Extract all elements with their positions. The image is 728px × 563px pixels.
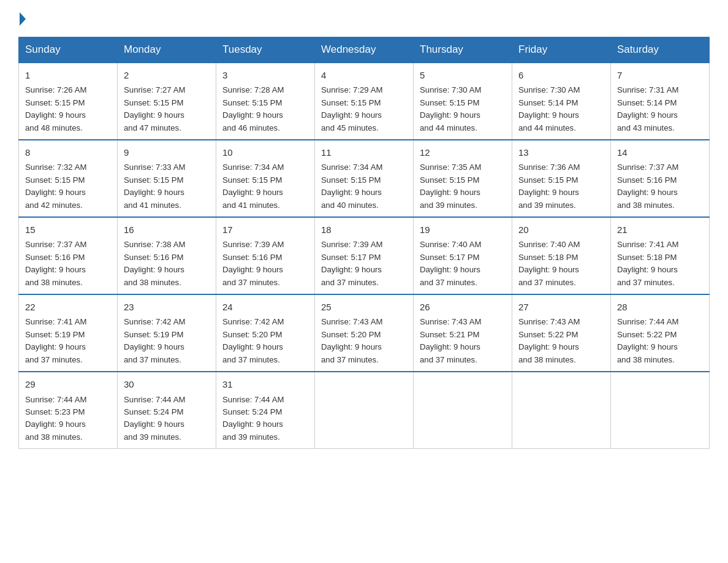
day-number: 21 xyxy=(617,223,703,237)
day-number: 13 xyxy=(518,145,604,159)
calendar-cell xyxy=(512,372,611,449)
day-number: 3 xyxy=(222,68,308,82)
page-header xyxy=(18,12,710,26)
calendar-cell: 21Sunrise: 7:41 AMSunset: 5:18 PMDayligh… xyxy=(611,217,710,294)
day-info: Sunrise: 7:44 AMSunset: 5:23 PMDaylight:… xyxy=(25,394,111,444)
calendar-cell: 1Sunrise: 7:26 AMSunset: 5:15 PMDaylight… xyxy=(19,63,118,140)
header-monday: Monday xyxy=(118,37,216,63)
day-number: 23 xyxy=(124,300,210,314)
day-number: 2 xyxy=(124,68,210,82)
day-info: Sunrise: 7:32 AMSunset: 5:15 PMDaylight:… xyxy=(25,161,111,212)
calendar-cell: 22Sunrise: 7:41 AMSunset: 5:19 PMDayligh… xyxy=(19,294,118,372)
day-info: Sunrise: 7:38 AMSunset: 5:16 PMDaylight:… xyxy=(124,239,210,289)
calendar-week-row: 15Sunrise: 7:37 AMSunset: 5:16 PMDayligh… xyxy=(19,217,710,294)
calendar-cell: 25Sunrise: 7:43 AMSunset: 5:20 PMDayligh… xyxy=(315,294,414,372)
day-info: Sunrise: 7:41 AMSunset: 5:19 PMDaylight:… xyxy=(25,316,111,366)
day-info: Sunrise: 7:42 AMSunset: 5:19 PMDaylight:… xyxy=(124,316,210,366)
day-info: Sunrise: 7:40 AMSunset: 5:17 PMDaylight:… xyxy=(420,239,506,289)
day-info: Sunrise: 7:30 AMSunset: 5:15 PMDaylight:… xyxy=(420,84,506,134)
day-info: Sunrise: 7:39 AMSunset: 5:16 PMDaylight:… xyxy=(222,239,308,289)
calendar-cell: 8Sunrise: 7:32 AMSunset: 5:15 PMDaylight… xyxy=(19,140,118,217)
calendar-cell: 15Sunrise: 7:37 AMSunset: 5:16 PMDayligh… xyxy=(19,217,118,294)
day-number: 17 xyxy=(222,223,308,237)
day-info: Sunrise: 7:28 AMSunset: 5:15 PMDaylight:… xyxy=(222,84,308,134)
day-info: Sunrise: 7:39 AMSunset: 5:17 PMDaylight:… xyxy=(321,239,407,289)
day-info: Sunrise: 7:44 AMSunset: 5:22 PMDaylight:… xyxy=(617,316,703,366)
calendar-cell: 5Sunrise: 7:30 AMSunset: 5:15 PMDaylight… xyxy=(414,63,512,140)
day-number: 4 xyxy=(321,68,407,82)
header-thursday: Thursday xyxy=(414,37,512,63)
day-info: Sunrise: 7:30 AMSunset: 5:14 PMDaylight:… xyxy=(518,84,604,134)
day-number: 8 xyxy=(25,145,111,159)
calendar-week-row: 8Sunrise: 7:32 AMSunset: 5:15 PMDaylight… xyxy=(19,140,710,217)
header-wednesday: Wednesday xyxy=(315,37,414,63)
day-number: 16 xyxy=(124,223,210,237)
calendar-cell xyxy=(611,372,710,449)
calendar-cell: 6Sunrise: 7:30 AMSunset: 5:14 PMDaylight… xyxy=(512,63,611,140)
calendar-cell: 23Sunrise: 7:42 AMSunset: 5:19 PMDayligh… xyxy=(118,294,216,372)
calendar-cell xyxy=(414,372,512,449)
calendar-header-row: SundayMondayTuesdayWednesdayThursdayFrid… xyxy=(19,37,710,63)
day-number: 5 xyxy=(420,68,506,82)
calendar-cell: 31Sunrise: 7:44 AMSunset: 5:24 PMDayligh… xyxy=(216,372,315,449)
day-number: 26 xyxy=(420,300,506,314)
day-number: 7 xyxy=(617,68,703,82)
calendar-cell: 27Sunrise: 7:43 AMSunset: 5:22 PMDayligh… xyxy=(512,294,611,372)
calendar-cell: 19Sunrise: 7:40 AMSunset: 5:17 PMDayligh… xyxy=(414,217,512,294)
day-info: Sunrise: 7:29 AMSunset: 5:15 PMDaylight:… xyxy=(321,84,407,134)
calendar-cell: 4Sunrise: 7:29 AMSunset: 5:15 PMDaylight… xyxy=(315,63,414,140)
day-info: Sunrise: 7:37 AMSunset: 5:16 PMDaylight:… xyxy=(617,161,703,212)
day-number: 24 xyxy=(222,300,308,314)
calendar-cell: 24Sunrise: 7:42 AMSunset: 5:20 PMDayligh… xyxy=(216,294,315,372)
logo xyxy=(18,12,27,26)
calendar-cell: 12Sunrise: 7:35 AMSunset: 5:15 PMDayligh… xyxy=(414,140,512,217)
calendar-cell: 17Sunrise: 7:39 AMSunset: 5:16 PMDayligh… xyxy=(216,217,315,294)
day-info: Sunrise: 7:33 AMSunset: 5:15 PMDaylight:… xyxy=(124,161,210,212)
header-friday: Friday xyxy=(512,37,611,63)
day-info: Sunrise: 7:37 AMSunset: 5:16 PMDaylight:… xyxy=(25,239,111,289)
day-info: Sunrise: 7:34 AMSunset: 5:15 PMDaylight:… xyxy=(222,161,308,212)
day-number: 27 xyxy=(518,300,604,314)
calendar-cell xyxy=(315,372,414,449)
calendar-cell: 30Sunrise: 7:44 AMSunset: 5:24 PMDayligh… xyxy=(118,372,216,449)
day-info: Sunrise: 7:43 AMSunset: 5:20 PMDaylight:… xyxy=(321,316,407,366)
calendar-week-row: 22Sunrise: 7:41 AMSunset: 5:19 PMDayligh… xyxy=(19,294,710,372)
header-tuesday: Tuesday xyxy=(216,37,315,63)
day-number: 1 xyxy=(25,68,111,82)
day-info: Sunrise: 7:31 AMSunset: 5:14 PMDaylight:… xyxy=(617,84,703,134)
day-number: 22 xyxy=(25,300,111,314)
day-number: 28 xyxy=(617,300,703,314)
calendar-week-row: 1Sunrise: 7:26 AMSunset: 5:15 PMDaylight… xyxy=(19,63,710,140)
day-info: Sunrise: 7:36 AMSunset: 5:15 PMDaylight:… xyxy=(518,161,604,212)
calendar-cell: 13Sunrise: 7:36 AMSunset: 5:15 PMDayligh… xyxy=(512,140,611,217)
header-saturday: Saturday xyxy=(611,37,710,63)
calendar-cell: 2Sunrise: 7:27 AMSunset: 5:15 PMDaylight… xyxy=(118,63,216,140)
calendar-cell: 20Sunrise: 7:40 AMSunset: 5:18 PMDayligh… xyxy=(512,217,611,294)
day-info: Sunrise: 7:41 AMSunset: 5:18 PMDaylight:… xyxy=(617,239,703,289)
calendar-cell: 18Sunrise: 7:39 AMSunset: 5:17 PMDayligh… xyxy=(315,217,414,294)
day-info: Sunrise: 7:43 AMSunset: 5:21 PMDaylight:… xyxy=(420,316,506,366)
day-number: 30 xyxy=(124,377,210,391)
calendar-cell: 29Sunrise: 7:44 AMSunset: 5:23 PMDayligh… xyxy=(19,372,118,449)
day-info: Sunrise: 7:44 AMSunset: 5:24 PMDaylight:… xyxy=(222,394,308,444)
day-number: 6 xyxy=(518,68,604,82)
day-info: Sunrise: 7:43 AMSunset: 5:22 PMDaylight:… xyxy=(518,316,604,366)
calendar-cell: 16Sunrise: 7:38 AMSunset: 5:16 PMDayligh… xyxy=(118,217,216,294)
day-info: Sunrise: 7:42 AMSunset: 5:20 PMDaylight:… xyxy=(222,316,308,366)
logo-arrow-icon xyxy=(20,12,26,26)
day-info: Sunrise: 7:35 AMSunset: 5:15 PMDaylight:… xyxy=(420,161,506,212)
calendar-cell: 10Sunrise: 7:34 AMSunset: 5:15 PMDayligh… xyxy=(216,140,315,217)
calendar-cell: 3Sunrise: 7:28 AMSunset: 5:15 PMDaylight… xyxy=(216,63,315,140)
day-number: 19 xyxy=(420,223,506,237)
day-number: 14 xyxy=(617,145,703,159)
day-number: 15 xyxy=(25,223,111,237)
calendar-cell: 28Sunrise: 7:44 AMSunset: 5:22 PMDayligh… xyxy=(611,294,710,372)
day-number: 18 xyxy=(321,223,407,237)
day-number: 20 xyxy=(518,223,604,237)
calendar-cell: 14Sunrise: 7:37 AMSunset: 5:16 PMDayligh… xyxy=(611,140,710,217)
day-info: Sunrise: 7:40 AMSunset: 5:18 PMDaylight:… xyxy=(518,239,604,289)
day-info: Sunrise: 7:44 AMSunset: 5:24 PMDaylight:… xyxy=(124,394,210,444)
header-sunday: Sunday xyxy=(19,37,118,63)
calendar-table: SundayMondayTuesdayWednesdayThursdayFrid… xyxy=(18,37,710,449)
day-number: 25 xyxy=(321,300,407,314)
